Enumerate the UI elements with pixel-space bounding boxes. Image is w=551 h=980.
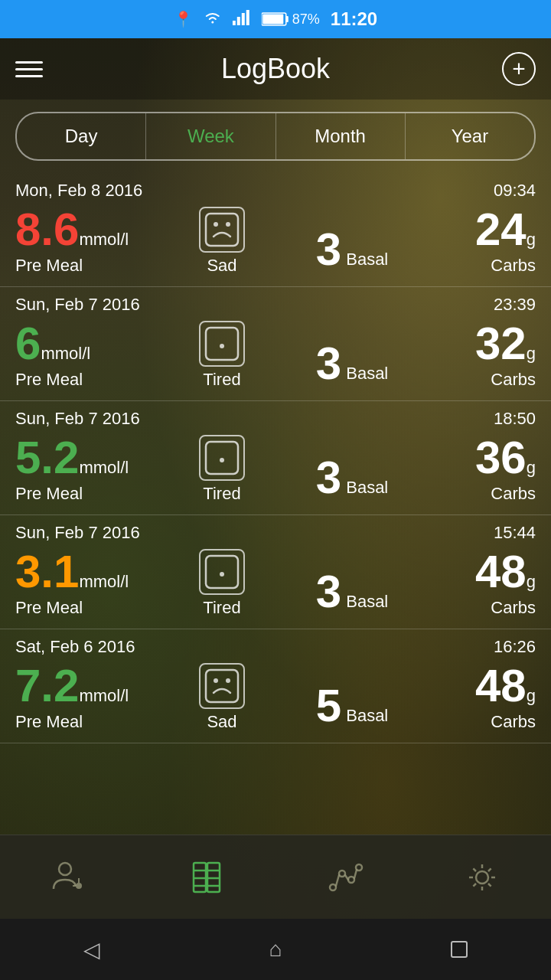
menu-button[interactable] — [15, 61, 43, 77]
carbs-section: 48g Carbs — [444, 549, 536, 618]
table-row[interactable]: Mon, Feb 8 2016 09:34 8.6mmol/l Pre Meal… — [0, 173, 551, 287]
mood-section: Tired — [184, 321, 260, 390]
svg-point-29 — [330, 884, 336, 890]
table-row[interactable]: Sun, Feb 7 2016 23:39 6mmol/l Pre Meal T… — [0, 287, 551, 401]
svg-point-13 — [220, 458, 224, 462]
carbs-unit: g — [527, 686, 536, 705]
carbs-label: Carbs — [491, 484, 536, 504]
glucose-value: 8.6mmol/l — [15, 207, 138, 253]
entry-date: Sun, Feb 7 2016 — [15, 295, 140, 315]
period-tabs: Day Week Month Year — [15, 112, 536, 161]
basal-value: 5 Basal — [316, 683, 389, 729]
carbs-unit: g — [527, 572, 536, 591]
carbs-value: 36g — [475, 435, 536, 481]
entry-time: 18:50 — [494, 409, 536, 429]
glucose-unit: mmol/l — [79, 572, 129, 591]
add-entry-button[interactable]: + — [502, 52, 536, 86]
glucose-unit: mmol/l — [79, 230, 129, 249]
back-button[interactable]: ◁ — [69, 926, 115, 972]
meal-label: Pre Meal — [15, 370, 138, 390]
glucose-value: 3.1mmol/l — [15, 549, 138, 595]
recent-button[interactable] — [436, 926, 482, 972]
basal-section: 3 Basal — [306, 227, 398, 276]
glucose-value: 7.2mmol/l — [15, 663, 138, 709]
mood-icon — [199, 207, 245, 253]
tab-week[interactable]: Week — [146, 113, 276, 159]
carbs-value: 48g — [475, 549, 536, 595]
basal-section: 3 Basal — [306, 455, 398, 504]
carbs-value: 24g — [475, 207, 536, 253]
location-icon: 📍 — [174, 10, 193, 28]
mood-icon — [199, 663, 245, 709]
mood-icon — [199, 435, 245, 481]
glucose-section: 3.1mmol/l Pre Meal — [15, 549, 138, 618]
svg-rect-5 — [286, 16, 289, 22]
svg-rect-0 — [233, 21, 236, 25]
svg-point-18 — [226, 678, 230, 683]
battery-icon: 87% — [262, 11, 320, 28]
tab-year[interactable]: Year — [406, 113, 534, 159]
carbs-section: 24g Carbs — [444, 207, 536, 276]
meal-label: Pre Meal — [15, 598, 138, 618]
mood-section: Sad — [184, 207, 260, 276]
svg-rect-16 — [206, 670, 238, 702]
glucose-section: 6mmol/l Pre Meal — [15, 321, 138, 390]
basal-text: Basal — [341, 706, 388, 725]
carbs-label: Carbs — [491, 712, 536, 732]
mood-section: Tired — [184, 435, 260, 504]
carbs-label: Carbs — [491, 598, 536, 618]
mood-section: Sad — [184, 663, 260, 732]
carbs-value: 32g — [475, 321, 536, 367]
basal-value: 3 Basal — [316, 455, 389, 501]
time-display: 11:20 — [331, 8, 377, 30]
meal-label: Pre Meal — [15, 256, 138, 276]
glucose-value: 6mmol/l — [15, 321, 138, 367]
svg-rect-3 — [246, 10, 249, 25]
svg-point-20 — [76, 883, 82, 889]
basal-text: Basal — [341, 592, 388, 611]
glucose-unit: mmol/l — [79, 458, 129, 477]
svg-point-11 — [220, 344, 224, 348]
basal-text: Basal — [341, 250, 388, 269]
mood-icon — [199, 549, 245, 595]
table-row[interactable]: Sun, Feb 7 2016 15:44 3.1mmol/l Pre Meal… — [0, 515, 551, 629]
home-button[interactable]: ⌂ — [253, 926, 298, 972]
entry-time: 09:34 — [494, 181, 536, 201]
svg-point-9 — [226, 222, 230, 227]
mood-section: Tired — [184, 549, 260, 618]
svg-rect-34 — [452, 942, 467, 957]
nav-logbook[interactable] — [176, 847, 237, 908]
app-header: LogBook + — [0, 38, 551, 100]
svg-point-30 — [339, 871, 345, 877]
glucose-section: 8.6mmol/l Pre Meal — [15, 207, 138, 276]
nav-settings[interactable] — [452, 847, 513, 908]
entry-time: 15:44 — [494, 523, 536, 543]
log-list: Mon, Feb 8 2016 09:34 8.6mmol/l Pre Meal… — [0, 173, 551, 838]
carbs-unit: g — [527, 344, 536, 363]
meal-label: Pre Meal — [15, 484, 138, 504]
mood-label: Tired — [203, 598, 240, 618]
tab-day[interactable]: Day — [17, 113, 146, 159]
svg-rect-6 — [262, 15, 283, 24]
bottom-navigation — [0, 835, 551, 919]
table-row[interactable]: Sun, Feb 7 2016 18:50 5.2mmol/l Pre Meal… — [0, 401, 551, 515]
table-row[interactable]: Sat, Feb 6 2016 16:26 7.2mmol/l Pre Meal… — [0, 629, 551, 743]
entry-date: Sat, Feb 6 2016 — [15, 637, 135, 657]
android-navigation: ◁ ⌂ — [0, 919, 551, 980]
carbs-section: 32g Carbs — [444, 321, 536, 390]
svg-rect-2 — [242, 13, 245, 25]
svg-point-19 — [59, 863, 71, 875]
nav-graph[interactable] — [314, 847, 375, 908]
basal-text: Basal — [341, 478, 388, 497]
carbs-value: 48g — [475, 663, 536, 709]
entry-time: 23:39 — [494, 295, 536, 315]
glucose-unit: mmol/l — [79, 686, 129, 705]
svg-rect-7 — [206, 214, 238, 246]
tab-month[interactable]: Month — [276, 113, 406, 159]
mood-label: Sad — [207, 256, 236, 276]
nav-diary[interactable] — [38, 847, 99, 908]
glucose-value: 5.2mmol/l — [15, 435, 138, 481]
carbs-section: 36g Carbs — [444, 435, 536, 504]
glucose-section: 5.2mmol/l Pre Meal — [15, 435, 138, 504]
entry-date: Sun, Feb 7 2016 — [15, 523, 140, 543]
